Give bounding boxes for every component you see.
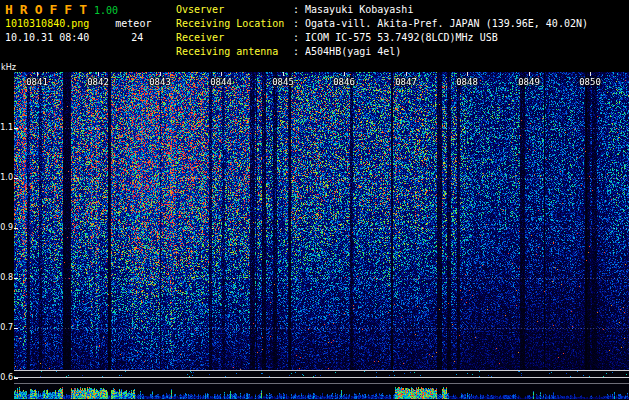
time-tick-label: 0847: [395, 77, 417, 87]
time-tick-label: 0848: [456, 77, 478, 87]
time-tick-label: 0841: [26, 77, 48, 87]
time-tick-label: 0844: [210, 77, 232, 87]
hrofft-window: HROFFT 1.00 1010310840.png meteor 10.10.…: [0, 0, 629, 400]
time-tick-label: 0845: [272, 77, 294, 87]
time-tick-label: 0850: [579, 77, 601, 87]
freq-tick-label: 0.8: [0, 273, 13, 282]
spectrogram-plot: kHz 1.1 1.0 0.9 0.8 0.7 0.6 0841 0842 08…: [0, 0, 629, 400]
time-tick-label: 0846: [333, 77, 355, 87]
freq-axis-unit: kHz: [1, 63, 16, 72]
freq-tick-label: 0.6: [0, 373, 13, 382]
time-tick-label: 0843: [149, 77, 171, 87]
freq-tick-label: 1.0: [0, 173, 13, 182]
freq-tick-label: 0.9: [0, 223, 13, 232]
spectrogram-canvas: [14, 72, 629, 400]
freq-tick-label: 1.1: [0, 123, 13, 132]
time-tick-label: 0849: [518, 77, 540, 87]
time-tick-label: 0842: [87, 77, 109, 87]
freq-tick-label: 0.7: [0, 323, 13, 332]
